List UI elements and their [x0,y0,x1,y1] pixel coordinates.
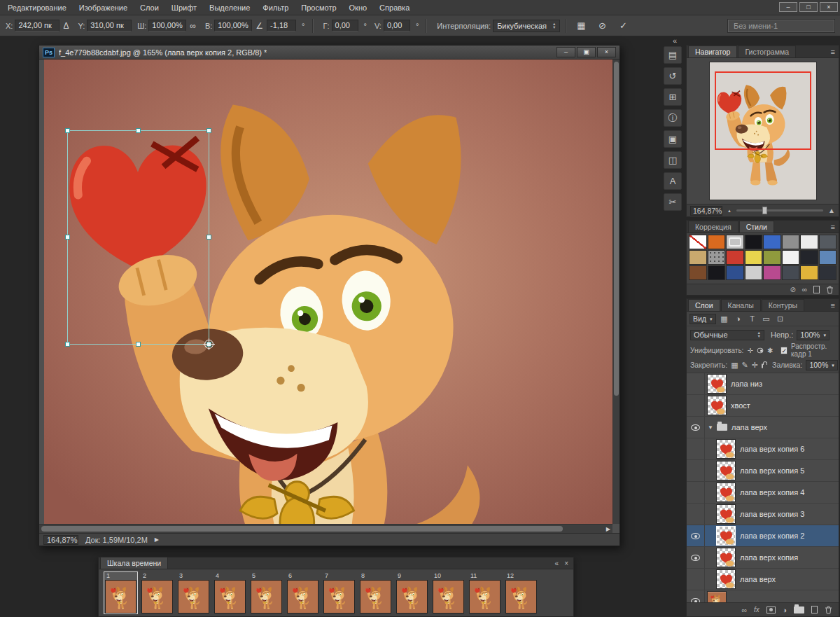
tab-timeline[interactable]: Шкала времени [100,557,168,569]
style-swatch-7[interactable] [800,235,818,249]
style-swatch-21[interactable] [763,265,781,280]
layer-visibility-toggle[interactable] [687,395,705,416]
tab-navigator[interactable]: Навигатор [688,46,737,57]
menu-item-5[interactable]: Выделение [203,0,256,15]
opacity-select[interactable]: 100% ▾ [797,330,830,340]
layer-row-bottom[interactable] [687,590,839,602]
blend-mode-select[interactable]: Обычные ▲▼ [690,330,764,340]
v-skew-input[interactable]: 0,00 [384,20,410,32]
lock-all-icon[interactable] [762,363,763,368]
collapsed-panel-icon-4[interactable]: ⓘ [664,109,682,127]
tab-styles[interactable]: Стили [739,221,774,233]
style-swatch-6[interactable] [782,235,800,249]
commit-transform-button[interactable]: ✓ [615,19,631,33]
horizontal-scrollbar[interactable]: ▶ [39,524,612,533]
transform-bounding-box[interactable] [67,130,209,345]
timeline-frame-9[interactable]: 9 [395,571,429,614]
window-close-button[interactable]: × [820,2,838,12]
new-group-button[interactable] [794,606,804,613]
layer-thumbnail[interactable] [717,462,735,480]
canvas-artwork[interactable] [44,60,612,524]
timeline-frame-10[interactable]: 10 [431,571,465,614]
transform-handle-nw[interactable] [65,128,70,133]
timeline-frame-8[interactable]: 8 [358,571,393,614]
transform-handle-w[interactable] [65,235,70,240]
collapse-panels-chevron[interactable]: « [673,37,677,45]
style-swatch-24[interactable] [819,265,837,280]
tab-channels[interactable]: Каналы [721,299,761,311]
collapsed-panel-icon-3[interactable]: ⊞ [664,88,682,106]
vertical-scroll-thumb[interactable] [614,62,619,396]
interpolation-select[interactable]: Бикубическая ▲▼ [493,20,560,32]
style-swatch-5[interactable] [763,235,781,249]
layer-thumbnail[interactable] [717,440,735,458]
unify-style-icon[interactable]: ✱ [767,347,773,354]
layer-thumbnail[interactable] [708,375,726,393]
transform-handle-ne[interactable] [206,128,211,133]
transform-handle-e[interactable] [206,235,211,240]
link-dimensions-icon[interactable]: ∞ [190,21,196,31]
layer-thumbnail[interactable] [717,505,735,523]
angle-input[interactable]: -1,18 [267,20,296,32]
layer-visibility-toggle[interactable] [687,569,705,590]
lock-pixels-icon[interactable]: ✎ [742,361,748,370]
style-swatch-23[interactable] [800,265,818,280]
filter-pixel-layers-icon[interactable]: ▦ [719,314,730,324]
relative-position-icon[interactable]: Δ [63,21,69,31]
document-minimize-button[interactable]: – [556,47,575,57]
document-maximize-button[interactable]: ▣ [577,47,596,57]
new-adjustment-layer-button[interactable]: ◑ [783,606,787,614]
layer-row-лапа верх копия 6[interactable]: лапа верх копия 6 [687,438,839,460]
layer-row-лапа верх копия 2[interactable]: лапа верх копия 2 [687,525,839,547]
window-minimize-button[interactable]: – [779,2,797,12]
style-swatch-12[interactable] [745,250,763,265]
layer-filter-kind-select[interactable]: Вид ▾ [690,314,716,324]
group-expander-icon[interactable]: ▼ [705,424,716,431]
zoom-slider-handle[interactable] [762,207,767,214]
layer-thumbnail[interactable] [717,527,735,545]
width-input[interactable]: 100,00% [148,20,186,32]
propagate-frame-checkbox[interactable]: ✓ [780,347,788,354]
style-swatch-9[interactable] [689,250,707,265]
panel-menu-icon[interactable]: ≡ [831,302,835,309]
workspace-name-field[interactable]: Без имени-1 [728,20,834,32]
layer-visibility-toggle[interactable] [687,525,705,546]
clear-style-button[interactable]: ⊘ [790,286,795,293]
navigator-view-rectangle[interactable] [715,71,811,150]
timeline-frame-4[interactable]: 4 [213,571,247,614]
y-input[interactable]: 310,00 пк [87,20,132,32]
timeline-frame-11[interactable]: 11 [468,571,502,614]
layer-style-button[interactable]: fx [754,606,760,613]
height-input[interactable]: 100,00% [214,20,252,32]
style-swatch-2[interactable] [708,235,726,249]
style-swatch-15[interactable] [800,250,818,265]
scroll-right-arrow-icon[interactable]: ▶ [606,526,610,532]
layer-row-лапа верх[interactable]: лапа верх [687,569,839,590]
layer-visibility-toggle[interactable] [687,482,705,503]
panel-menu-icon[interactable]: ≡ [831,223,835,230]
layer-thumbnail[interactable] [708,396,726,415]
transform-handle-n[interactable] [136,128,141,133]
zoom-out-mountain-icon[interactable]: ▲ [727,209,732,213]
menu-item-1[interactable]: Редактирование [1,0,73,15]
style-swatch-3[interactable] [726,235,744,249]
layer-visibility-toggle[interactable] [687,504,705,525]
fill-select[interactable]: 100% ▾ [806,360,837,370]
timeline-frame-3[interactable]: 3 [176,571,211,614]
collapsed-panel-icon-5[interactable]: ▣ [664,130,682,148]
style-swatch-1[interactable] [689,235,707,249]
style-swatch-13[interactable] [763,250,781,265]
layer-thumbnail[interactable] [717,570,735,588]
style-swatch-10[interactable] [708,250,726,265]
navigator-zoom-field[interactable]: 164,87% [690,206,722,216]
document-close-button[interactable]: × [597,47,616,57]
collapsed-panel-icon-2[interactable]: ↺ [664,67,682,85]
style-swatch-16[interactable] [819,250,837,265]
window-maximize-button[interactable]: □ [799,2,818,12]
transform-handle-sw[interactable] [65,342,70,347]
menu-item-9[interactable]: Справка [373,0,416,15]
timeline-frame-1[interactable]: 1 [104,571,138,614]
navigator-thumbnail[interactable] [710,62,816,200]
navigator-zoom-slider[interactable] [736,209,823,212]
link-layers-button[interactable]: ∞ [741,606,747,614]
